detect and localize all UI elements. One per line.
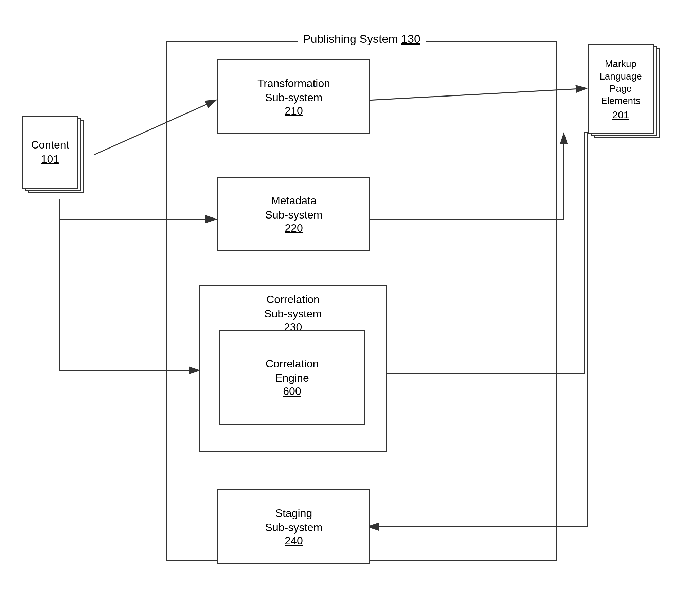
metadata-box: MetadataSub-system 220 — [217, 177, 370, 252]
correlation-subsystem-label: CorrelationSub-system — [206, 293, 380, 321]
correlation-engine-number: 600 — [283, 385, 301, 398]
content-label: Content — [31, 139, 69, 151]
staging-label: StagingSub-system — [265, 506, 323, 535]
markup-number: 201 — [612, 109, 629, 121]
content-number: 101 — [41, 153, 59, 165]
transformation-number: 210 — [285, 105, 303, 117]
staging-number: 240 — [285, 535, 303, 547]
diagram: Content 101 MarkupLanguagePageElements 2… — [0, 0, 700, 611]
transformation-box: TransformationSub-system 210 — [217, 59, 370, 134]
publishing-system-title: Publishing System 130 — [298, 32, 426, 46]
publishing-system-number: 130 — [401, 32, 421, 45]
transformation-label: TransformationSub-system — [257, 76, 330, 105]
metadata-label: MetadataSub-system — [265, 194, 323, 222]
markup-label: MarkupLanguagePageElements — [599, 58, 642, 107]
metadata-number: 220 — [285, 222, 303, 235]
correlation-engine-label: CorrelationEngine — [265, 357, 319, 385]
staging-box: StagingSub-system 240 — [217, 489, 370, 564]
correlation-engine-box: CorrelationEngine 600 — [219, 330, 365, 425]
